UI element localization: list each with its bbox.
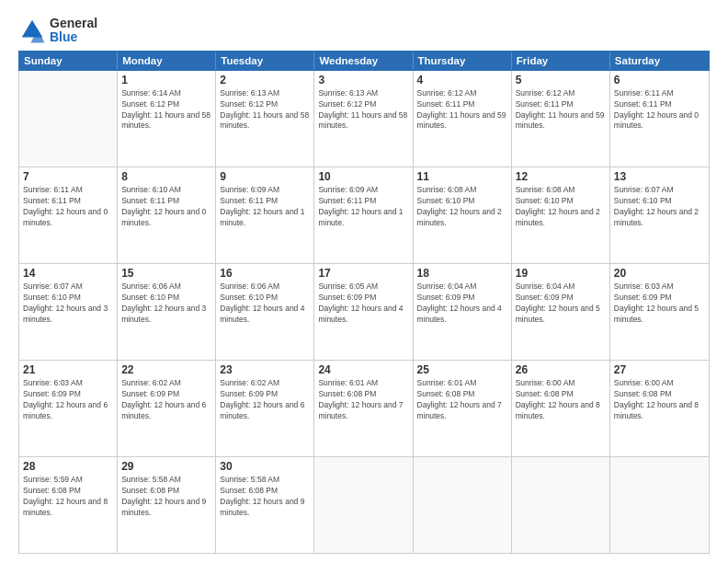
cell-info: Sunrise: 6:05 AM Sunset: 6:09 PM Dayligh…	[318, 282, 408, 326]
header-saturday: Saturday	[610, 52, 709, 70]
cell-info: Sunrise: 5:58 AM Sunset: 6:08 PM Dayligh…	[220, 475, 310, 519]
calendar-cell: 7 Sunrise: 6:11 AM Sunset: 6:11 PM Dayli…	[19, 167, 118, 263]
cell-info: Sunrise: 6:11 AM Sunset: 6:11 PM Dayligh…	[23, 185, 113, 229]
calendar-cell: 25 Sunrise: 6:01 AM Sunset: 6:08 PM Dayl…	[414, 361, 512, 456]
calendar: Sunday Monday Tuesday Wednesday Thursday…	[18, 51, 710, 554]
calendar-row-5: 28 Sunrise: 5:59 AM Sunset: 6:08 PM Dayl…	[19, 457, 709, 553]
day-number: 20	[614, 267, 705, 280]
cell-info: Sunrise: 6:03 AM Sunset: 6:09 PM Dayligh…	[23, 378, 113, 422]
calendar-cell: 16 Sunrise: 6:06 AM Sunset: 6:10 PM Dayl…	[216, 264, 314, 360]
day-number: 27	[614, 363, 705, 376]
cell-info: Sunrise: 6:10 AM Sunset: 6:11 PM Dayligh…	[121, 185, 211, 229]
cell-info: Sunrise: 6:09 AM Sunset: 6:11 PM Dayligh…	[318, 185, 408, 229]
cell-info: Sunrise: 6:00 AM Sunset: 6:08 PM Dayligh…	[516, 378, 606, 422]
calendar-cell: 28 Sunrise: 5:59 AM Sunset: 6:08 PM Dayl…	[19, 457, 118, 553]
header: General Blue	[18, 17, 710, 45]
calendar-cell: 22 Sunrise: 6:02 AM Sunset: 6:09 PM Dayl…	[118, 361, 216, 456]
day-number: 16	[220, 267, 310, 280]
day-number: 14	[23, 267, 113, 280]
cell-info: Sunrise: 6:08 AM Sunset: 6:10 PM Dayligh…	[516, 185, 606, 229]
day-number: 3	[318, 74, 408, 86]
day-number: 5	[516, 74, 606, 86]
day-number: 8	[121, 170, 211, 183]
cell-info: Sunrise: 6:12 AM Sunset: 6:11 PM Dayligh…	[417, 88, 507, 132]
logo-icon	[18, 17, 46, 44]
cell-info: Sunrise: 6:06 AM Sunset: 6:10 PM Dayligh…	[220, 282, 310, 326]
cell-info: Sunrise: 6:02 AM Sunset: 6:09 PM Dayligh…	[220, 378, 310, 422]
calendar-cell	[314, 457, 413, 553]
day-number: 7	[23, 170, 113, 183]
day-number: 28	[23, 460, 113, 473]
header-sunday: Sunday	[19, 52, 118, 70]
logo: General Blue	[18, 17, 97, 45]
cell-info: Sunrise: 6:04 AM Sunset: 6:09 PM Dayligh…	[516, 282, 606, 326]
header-tuesday: Tuesday	[216, 52, 314, 70]
calendar-cell: 9 Sunrise: 6:09 AM Sunset: 6:11 PM Dayli…	[216, 167, 314, 263]
calendar-cell: 2 Sunrise: 6:13 AM Sunset: 6:12 PM Dayli…	[216, 71, 314, 167]
calendar-cell: 4 Sunrise: 6:12 AM Sunset: 6:11 PM Dayli…	[414, 71, 512, 167]
calendar-cell: 29 Sunrise: 5:58 AM Sunset: 6:08 PM Dayl…	[118, 457, 216, 553]
cell-info: Sunrise: 6:02 AM Sunset: 6:09 PM Dayligh…	[121, 378, 211, 422]
calendar-cell: 8 Sunrise: 6:10 AM Sunset: 6:11 PM Dayli…	[118, 167, 216, 263]
day-number: 2	[220, 74, 310, 86]
day-number: 9	[220, 170, 310, 183]
day-number: 13	[614, 170, 705, 183]
cell-info: Sunrise: 5:58 AM Sunset: 6:08 PM Dayligh…	[121, 475, 211, 519]
calendar-cell: 12 Sunrise: 6:08 AM Sunset: 6:10 PM Dayl…	[512, 167, 610, 263]
calendar-cell: 26 Sunrise: 6:00 AM Sunset: 6:08 PM Dayl…	[512, 361, 610, 456]
day-number: 17	[318, 267, 408, 280]
calendar-row-2: 7 Sunrise: 6:11 AM Sunset: 6:11 PM Dayli…	[19, 167, 709, 264]
day-number: 22	[121, 363, 211, 376]
calendar-cell: 13 Sunrise: 6:07 AM Sunset: 6:10 PM Dayl…	[610, 167, 709, 263]
calendar-cell: 30 Sunrise: 5:58 AM Sunset: 6:08 PM Dayl…	[216, 457, 314, 553]
calendar-cell: 3 Sunrise: 6:13 AM Sunset: 6:12 PM Dayli…	[314, 71, 413, 167]
cell-info: Sunrise: 6:13 AM Sunset: 6:12 PM Dayligh…	[220, 88, 310, 132]
day-number: 15	[121, 267, 211, 280]
calendar-cell: 10 Sunrise: 6:09 AM Sunset: 6:11 PM Dayl…	[314, 167, 413, 263]
day-number: 4	[417, 74, 507, 86]
cell-info: Sunrise: 6:14 AM Sunset: 6:12 PM Dayligh…	[121, 88, 211, 132]
calendar-cell: 20 Sunrise: 6:03 AM Sunset: 6:09 PM Dayl…	[610, 264, 709, 360]
cell-info: Sunrise: 6:08 AM Sunset: 6:10 PM Dayligh…	[417, 185, 507, 229]
header-monday: Monday	[118, 52, 216, 70]
day-number: 1	[121, 74, 211, 86]
calendar-cell: 24 Sunrise: 6:01 AM Sunset: 6:08 PM Dayl…	[314, 361, 413, 456]
cell-info: Sunrise: 6:04 AM Sunset: 6:09 PM Dayligh…	[417, 282, 507, 326]
day-number: 19	[516, 267, 606, 280]
calendar-header: Sunday Monday Tuesday Wednesday Thursday…	[18, 51, 710, 71]
calendar-cell: 11 Sunrise: 6:08 AM Sunset: 6:10 PM Dayl…	[414, 167, 512, 263]
cell-info: Sunrise: 6:00 AM Sunset: 6:08 PM Dayligh…	[614, 378, 705, 422]
day-number: 23	[220, 363, 310, 376]
cell-info: Sunrise: 6:07 AM Sunset: 6:10 PM Dayligh…	[23, 282, 113, 326]
day-number: 10	[318, 170, 408, 183]
calendar-cell: 6 Sunrise: 6:11 AM Sunset: 6:11 PM Dayli…	[610, 71, 709, 167]
day-number: 26	[516, 363, 606, 376]
day-number: 12	[516, 170, 606, 183]
calendar-cell: 14 Sunrise: 6:07 AM Sunset: 6:10 PM Dayl…	[19, 264, 118, 360]
cell-info: Sunrise: 6:01 AM Sunset: 6:08 PM Dayligh…	[318, 378, 408, 422]
calendar-cell: 18 Sunrise: 6:04 AM Sunset: 6:09 PM Dayl…	[414, 264, 512, 360]
cell-info: Sunrise: 6:03 AM Sunset: 6:09 PM Dayligh…	[614, 282, 705, 326]
header-friday: Friday	[512, 52, 610, 70]
cell-info: Sunrise: 6:06 AM Sunset: 6:10 PM Dayligh…	[121, 282, 211, 326]
calendar-body: 1 Sunrise: 6:14 AM Sunset: 6:12 PM Dayli…	[18, 71, 710, 554]
calendar-cell: 1 Sunrise: 6:14 AM Sunset: 6:12 PM Dayli…	[118, 71, 216, 167]
calendar-cell: 27 Sunrise: 6:00 AM Sunset: 6:08 PM Dayl…	[610, 361, 709, 456]
calendar-cell: 15 Sunrise: 6:06 AM Sunset: 6:10 PM Dayl…	[118, 264, 216, 360]
day-number: 11	[417, 170, 507, 183]
cell-info: Sunrise: 5:59 AM Sunset: 6:08 PM Dayligh…	[23, 475, 113, 519]
calendar-cell: 5 Sunrise: 6:12 AM Sunset: 6:11 PM Dayli…	[512, 71, 610, 167]
calendar-cell: 23 Sunrise: 6:02 AM Sunset: 6:09 PM Dayl…	[216, 361, 314, 456]
calendar-row-1: 1 Sunrise: 6:14 AM Sunset: 6:12 PM Dayli…	[19, 71, 709, 167]
day-number: 18	[417, 267, 507, 280]
cell-info: Sunrise: 6:07 AM Sunset: 6:10 PM Dayligh…	[614, 185, 705, 229]
day-number: 29	[121, 460, 211, 473]
cell-info: Sunrise: 6:12 AM Sunset: 6:11 PM Dayligh…	[516, 88, 606, 132]
cell-info: Sunrise: 6:13 AM Sunset: 6:12 PM Dayligh…	[318, 88, 408, 132]
day-number: 30	[220, 460, 310, 473]
calendar-cell	[512, 457, 610, 553]
calendar-cell: 21 Sunrise: 6:03 AM Sunset: 6:09 PM Dayl…	[19, 361, 118, 456]
calendar-cell: 19 Sunrise: 6:04 AM Sunset: 6:09 PM Dayl…	[512, 264, 610, 360]
cell-info: Sunrise: 6:01 AM Sunset: 6:08 PM Dayligh…	[417, 378, 507, 422]
calendar-cell: 17 Sunrise: 6:05 AM Sunset: 6:09 PM Dayl…	[314, 264, 413, 360]
